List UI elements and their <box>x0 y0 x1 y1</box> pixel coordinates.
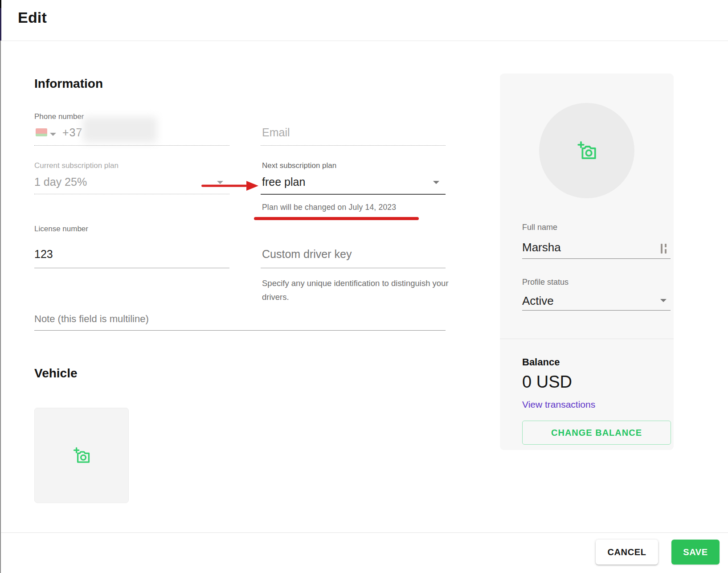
full-name-underline <box>522 258 671 259</box>
balance-label: Balance <box>522 356 560 368</box>
left-edge-strip <box>0 8 1 41</box>
next-plan-helper-text: Plan will be changed on July 14, 2023 <box>262 203 396 212</box>
add-photo-icon <box>72 446 91 465</box>
belarus-flag-icon <box>36 128 47 136</box>
phone-number-label: Phone number <box>34 112 84 121</box>
red-arrow-annotation <box>200 178 259 193</box>
current-plan-label: Current subscription plan <box>34 161 119 170</box>
current-plan-underline <box>34 194 229 194</box>
next-plan-underline <box>261 194 446 195</box>
red-underline-annotation <box>254 217 419 220</box>
profile-status-label: Profile status <box>522 278 568 287</box>
next-plan-dropdown-icon[interactable] <box>433 181 439 184</box>
full-name-field[interactable]: Marsha <box>522 241 561 254</box>
email-field-underline <box>261 145 446 146</box>
profile-status-dropdown-icon[interactable] <box>660 299 667 302</box>
bars-icon <box>660 243 671 254</box>
footer-divider <box>1 532 728 533</box>
card-divider <box>500 339 674 339</box>
note-underline <box>34 330 446 331</box>
change-balance-button[interactable]: CHANGE BALANCE <box>522 421 671 445</box>
phone-number-redacted <box>83 117 157 143</box>
license-number-field[interactable]: 123 <box>34 248 53 261</box>
add-photo-icon <box>576 140 597 161</box>
edit-driver-dialog: Edit Information Phone number +37 Email … <box>0 0 728 573</box>
phone-field-underline <box>34 145 229 146</box>
left-edge-strip <box>0 41 1 573</box>
next-plan-label: Next subscription plan <box>262 161 336 170</box>
phone-dial-code: +37 <box>62 126 82 139</box>
license-number-label: License number <box>34 225 88 233</box>
page-title: Edit <box>18 9 47 26</box>
full-name-label: Full name <box>522 223 557 232</box>
note-field[interactable]: Note (this field is multiline) <box>34 313 149 325</box>
save-button[interactable]: SAVE <box>671 540 720 565</box>
left-edge-strip <box>0 0 1 8</box>
custom-driver-key-helper: Specify any unique identification to dis… <box>262 276 449 304</box>
custom-driver-key-underline <box>261 268 446 268</box>
next-plan-select[interactable]: free plan <box>262 176 305 188</box>
custom-driver-key-field[interactable]: Custom driver key <box>262 248 352 261</box>
view-transactions-link[interactable]: View transactions <box>522 399 595 410</box>
email-field[interactable]: Email <box>262 126 290 139</box>
header-divider <box>1 41 728 41</box>
balance-amount: 0 USD <box>522 372 572 392</box>
vehicle-photo-upload[interactable] <box>34 408 129 503</box>
avatar-photo-upload[interactable] <box>539 103 634 198</box>
current-plan-value: 1 day 25% <box>34 176 87 188</box>
license-number-underline <box>34 268 229 268</box>
profile-status-select[interactable]: Active <box>522 294 554 308</box>
profile-status-underline <box>522 310 671 311</box>
vehicle-section-title: Vehicle <box>34 366 78 381</box>
country-code-dropdown-icon[interactable] <box>50 133 56 136</box>
cancel-button[interactable]: CANCEL <box>596 540 658 565</box>
information-section-title: Information <box>34 77 103 91</box>
